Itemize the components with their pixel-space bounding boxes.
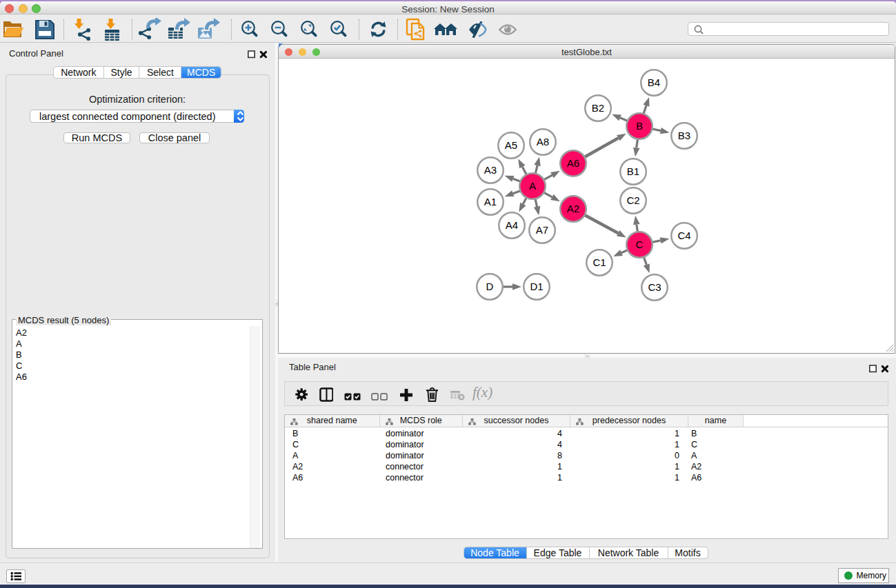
svg-text:B1: B1 [627, 165, 639, 177]
svg-text:C2: C2 [626, 194, 639, 206]
svg-text:B4: B4 [648, 77, 660, 88]
svg-text:A8: A8 [537, 136, 549, 148]
svg-text:B: B [636, 120, 643, 132]
svg-text:A2: A2 [567, 203, 579, 214]
svg-text:A1: A1 [484, 196, 497, 207]
svg-text:A6: A6 [567, 157, 579, 169]
svg-text:D1: D1 [530, 281, 543, 292]
svg-text:B2: B2 [592, 102, 604, 114]
svg-text:A: A [529, 180, 536, 192]
svg-text:C4: C4 [677, 230, 690, 241]
svg-text:A4: A4 [506, 219, 518, 231]
svg-text:B3: B3 [678, 130, 690, 141]
svg-text:A7: A7 [536, 224, 548, 236]
svg-text:A3: A3 [484, 164, 497, 176]
svg-text:C: C [636, 239, 644, 250]
svg-text:C1: C1 [593, 256, 606, 268]
svg-text:D: D [486, 281, 494, 292]
svg-text:A5: A5 [505, 139, 517, 151]
svg-text:C3: C3 [648, 281, 661, 293]
